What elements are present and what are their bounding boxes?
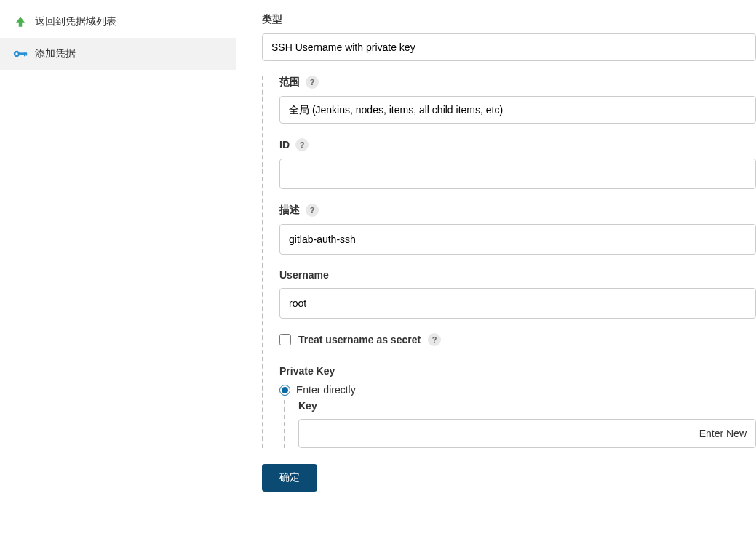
main-form: 类型 SSH Username with private key 范围 ? 全局… bbox=[236, 0, 756, 536]
help-icon[interactable]: ? bbox=[428, 333, 441, 346]
key-label: Key bbox=[298, 400, 756, 412]
treat-secret-label: Treat username as secret bbox=[298, 334, 421, 345]
enter-directly-row: Enter directly bbox=[279, 384, 756, 396]
type-label: 类型 bbox=[262, 13, 756, 26]
field-scope: 范围 ? 全局 (Jenkins, nodes, items, all chil… bbox=[279, 76, 756, 124]
submit-bar: 确定 bbox=[262, 464, 756, 492]
submit-button[interactable]: 确定 bbox=[262, 464, 317, 492]
key-nested-section: Key Enter New bbox=[284, 400, 756, 448]
arrow-up-icon bbox=[13, 15, 28, 29]
field-id: ID ? bbox=[279, 138, 756, 189]
field-private-key: Private Key Enter directly Key Enter New bbox=[279, 365, 756, 448]
username-input[interactable] bbox=[279, 288, 756, 319]
sidebar-item-add-credential[interactable]: 添加凭据 bbox=[0, 38, 236, 70]
key-icon bbox=[13, 47, 28, 61]
help-icon[interactable]: ? bbox=[295, 138, 309, 151]
help-icon[interactable]: ? bbox=[306, 76, 319, 89]
sidebar: 返回到凭据域列表 添加凭据 bbox=[0, 0, 236, 536]
help-icon[interactable]: ? bbox=[306, 204, 319, 217]
private-key-label: Private Key bbox=[279, 365, 335, 377]
scope-label: 范围 bbox=[279, 76, 300, 89]
enter-directly-label: Enter directly bbox=[296, 384, 356, 396]
svg-point-1 bbox=[15, 52, 17, 55]
sidebar-item-label: 添加凭据 bbox=[35, 47, 76, 60]
description-label: 描述 bbox=[279, 204, 300, 217]
id-input[interactable] bbox=[279, 159, 756, 189]
enter-new-text: Enter New bbox=[699, 428, 747, 439]
scope-select[interactable]: 全局 (Jenkins, nodes, items, all child ite… bbox=[279, 96, 756, 124]
credential-details-section: 范围 ? 全局 (Jenkins, nodes, items, all chil… bbox=[262, 76, 756, 448]
svg-rect-4 bbox=[26, 52, 28, 55]
sidebar-item-label: 返回到凭据域列表 bbox=[35, 15, 116, 28]
treat-secret-checkbox[interactable] bbox=[279, 334, 291, 345]
field-description: 描述 ? bbox=[279, 204, 756, 255]
id-label: ID bbox=[279, 139, 290, 151]
enter-directly-radio[interactable] bbox=[279, 385, 290, 396]
treat-secret-row: Treat username as secret ? bbox=[279, 333, 756, 346]
svg-rect-3 bbox=[24, 52, 25, 56]
key-textarea[interactable]: Enter New bbox=[298, 419, 756, 448]
username-label: Username bbox=[279, 269, 329, 281]
field-type: 类型 SSH Username with private key bbox=[262, 13, 756, 61]
sidebar-item-back[interactable]: 返回到凭据域列表 bbox=[0, 6, 236, 38]
field-username: Username bbox=[279, 269, 756, 319]
svg-rect-2 bbox=[19, 52, 26, 55]
type-select[interactable]: SSH Username with private key bbox=[262, 33, 756, 61]
description-input[interactable] bbox=[279, 224, 756, 255]
